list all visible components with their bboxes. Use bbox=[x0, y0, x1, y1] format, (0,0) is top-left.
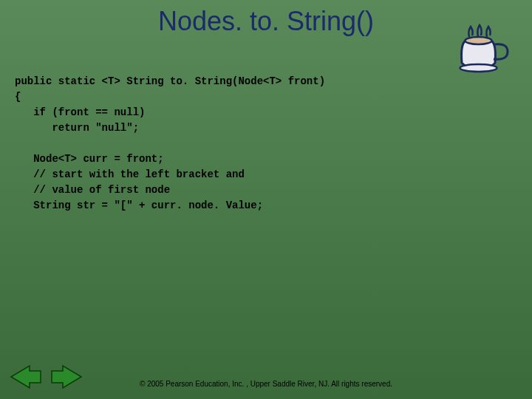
copyright-footer: © 2005 Pearson Education, Inc. , Upper S… bbox=[0, 380, 532, 388]
code-content: public static <T> String to. String(Node… bbox=[15, 74, 517, 214]
svg-point-1 bbox=[460, 64, 497, 72]
slide-title: Nodes. to. String() bbox=[0, 0, 532, 37]
coffee-cup-icon bbox=[454, 22, 514, 74]
svg-point-0 bbox=[466, 37, 492, 44]
